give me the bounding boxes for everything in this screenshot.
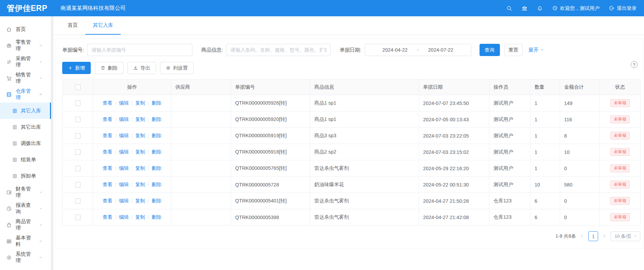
- sidebar-item-other-outbound[interactable]: 其它出库: [0, 119, 51, 135]
- delete-link[interactable]: 删除: [152, 132, 161, 139]
- edit-link[interactable]: 编辑: [119, 116, 129, 123]
- edit-link[interactable]: 编辑: [119, 149, 129, 155]
- chevron-down-icon: [39, 255, 43, 259]
- tab-other-inbound[interactable]: 其它入库: [85, 16, 121, 35]
- separator: [132, 166, 132, 170]
- date-range-picker[interactable]: 2024-04-22 ~ 2024-07-22: [365, 44, 471, 56]
- table-row: 查看编辑复制删除 QTRK00000005920[转] 商品1 sp1 2024…: [63, 111, 641, 128]
- query-button[interactable]: 查询: [480, 44, 500, 56]
- export-button[interactable]: 导出: [127, 62, 156, 74]
- bank-icon[interactable]: [522, 5, 527, 11]
- help-icon[interactable]: ?: [631, 61, 638, 68]
- bill-no-cell: QTRK00000005401[转]: [231, 193, 310, 209]
- sidebar-item-purchase[interactable]: 采购管理: [0, 54, 51, 70]
- sidebar-item-disassembly[interactable]: 拆卸单: [0, 168, 51, 184]
- row-checkbox[interactable]: [75, 149, 81, 155]
- view-link[interactable]: 查看: [103, 149, 112, 155]
- chevron-down-icon: [39, 239, 43, 243]
- copy-link[interactable]: 复制: [135, 214, 145, 220]
- sidebar-item-sales[interactable]: 销售管理: [0, 70, 51, 86]
- tab-home[interactable]: 首页: [60, 16, 85, 35]
- edit-link[interactable]: 编辑: [119, 132, 129, 139]
- delete-link[interactable]: 删除: [152, 214, 161, 220]
- bill-no-cell: QTRK00000005765[转]: [231, 160, 310, 177]
- view-link[interactable]: 查看: [103, 165, 112, 172]
- copy-link[interactable]: 复制: [135, 181, 145, 188]
- delete-link[interactable]: 删除: [152, 149, 161, 155]
- edit-link[interactable]: 编辑: [119, 100, 129, 106]
- copy-link[interactable]: 复制: [135, 165, 145, 172]
- user-menu[interactable]: 欢迎您，测试用户: [552, 5, 599, 12]
- separator: [116, 182, 116, 187]
- delete-button[interactable]: 删除: [95, 62, 123, 74]
- expand-link[interactable]: 展开: [528, 47, 544, 53]
- sidebar-item-assembly[interactable]: 组装单: [0, 151, 51, 168]
- sidebar-item-warehouse[interactable]: 仓库管理: [0, 86, 51, 103]
- logout-button[interactable]: 退出登录: [609, 5, 637, 12]
- delete-link[interactable]: 删除: [152, 198, 161, 204]
- date-cell: 2024-05-22 00:51:30: [419, 177, 489, 193]
- copy-link[interactable]: 复制: [135, 100, 145, 106]
- view-link[interactable]: 查看: [103, 116, 112, 123]
- operator-cell: 测试用户: [489, 177, 530, 193]
- date-from: 2024-04-22: [382, 47, 407, 53]
- edit-link[interactable]: 编辑: [119, 214, 129, 220]
- separator: [132, 133, 132, 138]
- sidebar-item-reports[interactable]: 报表查询: [0, 200, 51, 217]
- copy-link[interactable]: 复制: [135, 116, 145, 123]
- sidebar-item-basic-data[interactable]: 基本资料: [0, 233, 51, 249]
- bell-icon[interactable]: [537, 5, 543, 11]
- supplier-cell: [171, 193, 231, 209]
- view-link[interactable]: 查看: [103, 132, 112, 139]
- sidebar-item-products[interactable]: 商品管理: [0, 217, 51, 233]
- row-checkbox[interactable]: [75, 133, 81, 139]
- sidebar-item-finance[interactable]: 财务管理: [0, 184, 51, 200]
- select-all-checkbox[interactable]: [75, 85, 81, 90]
- trash-icon: [101, 66, 105, 70]
- page-size-select[interactable]: 10 条/页: [611, 231, 640, 241]
- chevron-down-icon: [39, 190, 43, 194]
- row-checkbox[interactable]: [75, 182, 81, 187]
- operator-cell: 仓库123: [489, 209, 530, 226]
- view-link[interactable]: 查看: [103, 198, 112, 204]
- column-settings-button[interactable]: 列设置: [160, 62, 194, 74]
- delete-link[interactable]: 删除: [152, 181, 161, 188]
- copy-link[interactable]: 复制: [135, 149, 145, 155]
- bill-no-input[interactable]: [87, 44, 192, 56]
- product-cell: 商品3 sp3: [310, 128, 419, 144]
- row-checkbox[interactable]: [75, 198, 81, 204]
- add-button[interactable]: 新增: [62, 62, 91, 74]
- row-checkbox[interactable]: [75, 215, 81, 220]
- wallet-icon: [6, 190, 12, 195]
- separator: [116, 117, 116, 122]
- sidebar-item-retail[interactable]: 零售管理: [0, 37, 51, 54]
- delete-link[interactable]: 删除: [152, 165, 161, 172]
- edit-link[interactable]: 编辑: [119, 198, 129, 204]
- view-link[interactable]: 查看: [103, 214, 112, 220]
- view-link[interactable]: 查看: [103, 100, 112, 106]
- delete-link[interactable]: 删除: [152, 116, 161, 123]
- delete-link[interactable]: 删除: [152, 100, 161, 106]
- copy-link[interactable]: 复制: [135, 132, 145, 139]
- sidebar-item-transfer-outbound[interactable]: 调拨出库: [0, 135, 51, 151]
- prev-page-button[interactable]: [580, 234, 584, 238]
- product-info-input[interactable]: [226, 44, 331, 56]
- reset-button[interactable]: 重置: [504, 44, 523, 56]
- col-actions: 操作: [93, 79, 171, 95]
- current-page-button[interactable]: 1: [588, 231, 598, 241]
- sidebar-item-system[interactable]: 系统管理: [0, 249, 51, 266]
- edit-link[interactable]: 编辑: [119, 181, 129, 188]
- col-status: 状态: [600, 79, 641, 95]
- view-link[interactable]: 查看: [103, 181, 112, 188]
- copy-link[interactable]: 复制: [135, 198, 145, 204]
- row-checkbox[interactable]: [75, 117, 81, 122]
- row-checkbox[interactable]: [75, 101, 81, 106]
- sidebar-item-home[interactable]: 首页: [0, 21, 51, 37]
- qty-cell: 1: [530, 95, 560, 111]
- search-icon[interactable]: [506, 5, 512, 11]
- edit-link[interactable]: 编辑: [119, 165, 129, 172]
- sidebar-item-other-inbound[interactable]: 其它入库: [0, 103, 51, 119]
- date-cell: 2024-04-27 21:50:28: [419, 193, 489, 209]
- row-checkbox[interactable]: [75, 166, 81, 171]
- next-page-button[interactable]: [602, 234, 607, 238]
